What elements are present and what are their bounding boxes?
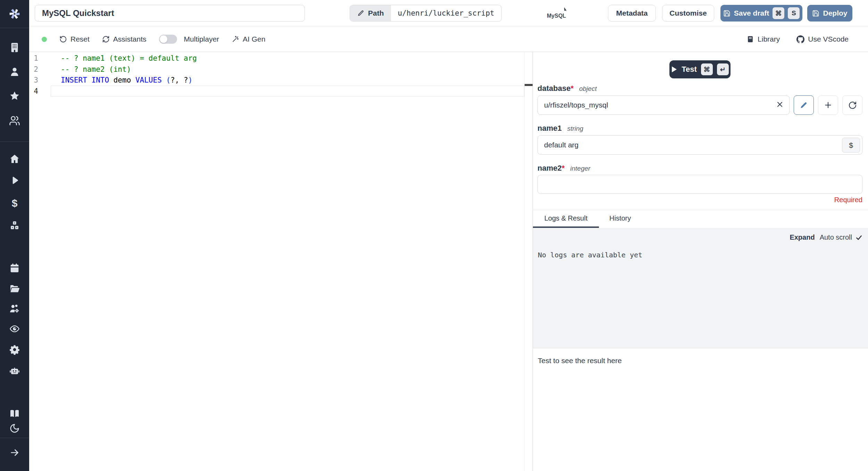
- sql-space: [162, 76, 166, 84]
- sidebar-item-home[interactable]: [0, 151, 29, 166]
- sidebar-item-audit-logs[interactable]: [0, 321, 29, 336]
- use-vscode-label: Use VScode: [808, 35, 849, 43]
- sql-keyword: VALUES: [135, 76, 162, 84]
- save-draft-button[interactable]: Save draft ⌘ S: [720, 5, 802, 22]
- plus-icon: [824, 101, 833, 110]
- path-label-segment: Path: [350, 5, 391, 21]
- sidebar-item-members[interactable]: [0, 113, 29, 128]
- field-type: integer: [570, 165, 590, 172]
- sidebar-item-runs[interactable]: [0, 173, 29, 188]
- run-form: Test ⌘ ↵ database* object: [533, 52, 868, 204]
- add-resource-button[interactable]: [818, 95, 838, 115]
- sidebar-collapse-toggle[interactable]: [0, 445, 29, 460]
- sidebar-item-resources[interactable]: [0, 218, 29, 233]
- test-button[interactable]: Test ⌘ ↵: [669, 60, 731, 78]
- refresh-resource-button[interactable]: [842, 95, 862, 115]
- editor-line: 2 -- ? name2 (int): [29, 64, 533, 75]
- edit-resource-button[interactable]: [794, 95, 814, 115]
- multiplayer-toggle[interactable]: [159, 35, 177, 44]
- sidebar-item-schedules[interactable]: [0, 260, 29, 276]
- result-panel: Test to see the result here: [533, 348, 868, 471]
- logs-controls: Expand Auto scroll: [790, 233, 862, 241]
- sidebar-divider: [0, 438, 29, 438]
- wand-sparkles-icon: [232, 35, 239, 43]
- calendar-icon: [9, 263, 20, 274]
- library-button[interactable]: Library: [746, 35, 780, 43]
- name2-input[interactable]: [537, 175, 862, 194]
- field-type: object: [579, 85, 597, 93]
- refresh-icon: [102, 35, 110, 43]
- field-name: name1: [537, 124, 562, 133]
- library-label: Library: [758, 35, 780, 43]
- sidebar-item-theme[interactable]: [0, 421, 29, 436]
- users-group-icon: [9, 115, 20, 126]
- ai-gen-label: AI Gen: [243, 35, 265, 43]
- database-field-row: [537, 95, 862, 115]
- sidebar-item-groups-admin[interactable]: [0, 301, 29, 316]
- logs-empty-message: No logs are available yet: [538, 251, 642, 259]
- toolbar-right: Library Use VScode: [746, 26, 849, 52]
- sidebar-divider: [0, 142, 29, 142]
- customise-button[interactable]: Customise: [662, 5, 714, 22]
- sidebar-item-workers[interactable]: [0, 363, 29, 379]
- windmill-logo-icon[interactable]: [0, 6, 29, 22]
- script-title-input[interactable]: [35, 5, 305, 22]
- tab-label: Logs & Result: [544, 214, 588, 222]
- sidebar-item-settings[interactable]: [0, 342, 29, 357]
- sidebar-item-folders[interactable]: [0, 281, 29, 296]
- autoscroll-label: Auto scroll: [820, 233, 852, 241]
- sidebar-item-favorites[interactable]: [0, 88, 29, 104]
- sidebar-item-user[interactable]: [0, 64, 29, 79]
- tab-logs-result[interactable]: Logs & Result: [533, 210, 599, 228]
- variable-picker-button[interactable]: $: [842, 138, 860, 153]
- assistants-button[interactable]: Assistants: [102, 35, 147, 43]
- result-placeholder: Test to see the result here: [538, 357, 622, 365]
- editor-line: 3 INSERT INTO demo VALUES (?, ?): [29, 75, 533, 86]
- arrow-right-icon: [9, 447, 20, 458]
- database-input[interactable]: [537, 95, 790, 115]
- line-number: 3: [29, 76, 47, 84]
- metadata-button[interactable]: Metadata: [608, 5, 656, 22]
- name1-input[interactable]: [537, 135, 862, 155]
- ai-gen-button[interactable]: AI Gen: [232, 35, 265, 43]
- autoscroll-toggle[interactable]: Auto scroll: [820, 233, 862, 241]
- check-icon: [856, 234, 862, 241]
- clear-icon[interactable]: [776, 100, 784, 109]
- sidebar-item-workspace[interactable]: [0, 40, 29, 55]
- run-preview-panel: Test ⌘ ↵ database* object: [533, 52, 868, 471]
- robot-icon: [9, 366, 20, 377]
- sidebar-item-variables[interactable]: $: [0, 196, 29, 211]
- deploy-button[interactable]: Deploy: [807, 5, 852, 22]
- editor-toolbar: Reset Assistants Multiplayer AI Gen: [29, 26, 868, 52]
- cubes-icon: [9, 220, 20, 231]
- cmd-key-badge: ⌘: [701, 63, 713, 75]
- code-editor[interactable]: 1 -- ? name1 (text) = default arg 2 -- ?…: [29, 52, 533, 471]
- mysql-logo: MySQL: [543, 6, 570, 21]
- s-key-badge: S: [788, 7, 800, 19]
- book-icon: [746, 35, 754, 43]
- line-number-active: 4: [29, 87, 47, 95]
- required-star: *: [562, 164, 565, 173]
- database-input-wrap: [537, 95, 790, 115]
- dollar-icon: $: [849, 141, 853, 149]
- mysql-logo-text: MySQL: [547, 13, 566, 19]
- tab-history[interactable]: History: [609, 210, 631, 228]
- code-text: -- ? name2 (int): [61, 65, 131, 74]
- sidebar-divider: [0, 28, 29, 28]
- editor-scrollbar[interactable]: [524, 52, 533, 471]
- dollar-icon: $: [12, 197, 18, 209]
- person-icon: [9, 66, 20, 77]
- reset-button[interactable]: Reset: [59, 35, 90, 43]
- test-label: Test: [682, 65, 697, 74]
- save-icon: [723, 10, 731, 17]
- eye-icon: [9, 323, 20, 334]
- book-open-icon: [9, 408, 20, 419]
- customise-label: Customise: [669, 9, 707, 17]
- sidebar-item-docs[interactable]: [0, 406, 29, 421]
- path-button[interactable]: Path u/henri/luckier_script: [350, 5, 502, 22]
- editor-line: 1 -- ? name1 (text) = default arg: [29, 53, 533, 64]
- result-tabbar: Logs & Result History: [533, 210, 868, 228]
- use-vscode-button[interactable]: Use VScode: [796, 35, 849, 43]
- expand-logs-button[interactable]: Expand: [790, 233, 815, 241]
- line-number: 1: [29, 54, 47, 62]
